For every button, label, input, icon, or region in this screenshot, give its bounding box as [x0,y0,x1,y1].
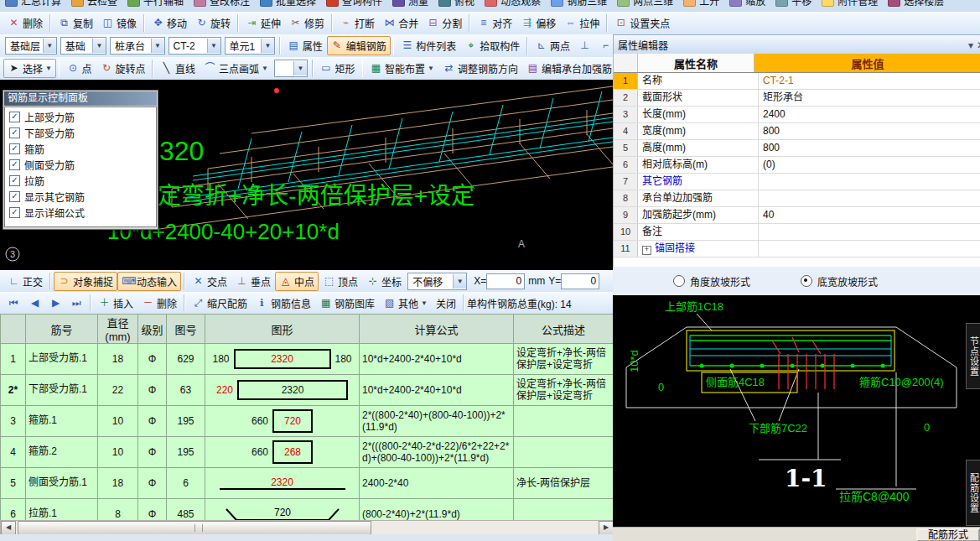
property-value[interactable]: 40 [759,207,980,223]
property-value[interactable]: CT-2-1 [759,73,980,89]
pick-element-button[interactable]: ⌖拾取构件 [460,36,524,55]
category-selector[interactable]: 基础▼ [60,37,106,55]
arc-tool-button[interactable]: ⌒三点画弧▼ [200,59,272,78]
property-value[interactable]: 800 [759,140,980,156]
y-coordinate-input[interactable]: 0 [561,273,599,289]
figure-cell[interactable]: 629 [167,344,205,375]
menu-item-attachments[interactable]: 附件管理 [822,0,878,11]
checkbox-tie-rebar[interactable]: ✓拉筋 [5,173,156,189]
shape-cell[interactable]: 660 720 [205,406,360,437]
x-coordinate-input[interactable]: 0 [486,273,525,289]
copy-button[interactable]: ⧉复制 [54,13,97,33]
figure-cell[interactable]: 6 [167,468,205,499]
checkbox-show-detailed-formula[interactable]: ✓显示详细公式 [5,205,156,221]
select-tool-button[interactable]: ➤选择▼ [3,59,56,78]
delete-button[interactable]: ✕删除 [3,13,47,33]
delete-row-button[interactable]: －删除 [137,294,181,313]
element-list-button[interactable]: ☰构件列表 [397,36,460,55]
property-value[interactable]: 800 [759,123,980,139]
formula-cell[interactable]: 2*((800-2*40)+(800-40-100))+2*(11.9*d) [360,406,514,437]
formula-cell[interactable]: 10*d+2400-2*40+10*d [360,344,514,375]
level-cell[interactable]: Φ [138,468,167,499]
menu-item-parallel-axis[interactable]: 平行辅轴 [127,0,184,11]
edit-cap-strengthen-rebar-button[interactable]: ▤编辑承台加强筋 [522,59,616,78]
level-cell[interactable]: Φ [138,499,167,521]
diameter-cell[interactable]: 22 [98,375,138,406]
figure-cell[interactable]: 195 [167,406,205,437]
property-value[interactable] [759,224,980,240]
properties-button[interactable]: ▤属性 [283,36,327,55]
draw-option-combo[interactable]: ▼ [274,60,308,77]
description-cell[interactable] [514,499,614,521]
shape-cell[interactable]: 720 [205,499,360,521]
shape-cell[interactable]: 2320 [205,468,360,499]
trim-button[interactable]: ✂修剪 [285,13,329,33]
menu-item-top-view[interactable]: 俯视 [438,0,474,11]
shape-cell-selected[interactable]: 220 2320 [205,375,360,406]
mirror-button[interactable]: ◫镜像 [97,13,141,33]
radio-angle-slope[interactable]: 角度放坡形式 [673,274,750,289]
align-top-button[interactable]: ⊥ [574,37,595,55]
pin-icon[interactable]: ▾ [968,39,973,51]
checkbox-stirrup[interactable]: ✓箍筋 [5,141,156,157]
panel-title[interactable]: 钢筋显示控制面板 [4,91,157,106]
description-cell[interactable]: 设定弯折+净长-两倍保护层+设定弯折 [514,344,614,375]
property-value[interactable] [759,174,980,190]
formula-cell[interactable]: 2*(((800-2*40-2*d-22)/6*2+22+2*d)+(800-4… [360,437,514,468]
section-detail-canvas[interactable]: 上部筋1C18 侧面筋4C18 箍筋C10@200(4) 下部筋7C22 拉筋C… [613,295,980,527]
checkbox-bottom-rebar[interactable]: ✓下部受力筋 [5,125,156,141]
radio-bottom-width-slope[interactable]: 底宽放坡形式 [801,274,878,289]
diameter-cell[interactable]: 8 [98,499,138,521]
next-row-button[interactable]: ▶ [45,294,66,312]
point-tool-button[interactable]: ⊙点 [62,59,96,78]
unit-selector[interactable]: 单元1▼ [225,37,275,55]
menu-item-rebar-3d[interactable]: 钢筋三维 [551,0,607,11]
rebar-name-cell[interactable]: 箍筋.1 [26,406,98,437]
checkbox-show-other-rebar[interactable]: ✓显示其它钢筋 [5,189,156,205]
menu-item-pan[interactable]: 平移 [775,0,811,11]
tab-node-settings[interactable]: 节点设置 [966,323,980,389]
snap-coordinate-button[interactable]: ⊹坐标 [362,272,406,291]
rebar-name-cell[interactable]: 箍筋.2 [26,437,98,468]
rebar-form-button[interactable]: 配筋形式 [916,528,980,541]
menu-item-summary[interactable]: 汇总计算 [5,0,61,11]
menu-item-zoom[interactable]: 缩放 [729,0,765,11]
close-grid-button[interactable]: 关闭 [432,294,460,313]
rebar-name-cell[interactable]: 上部受力筋.1 [26,344,98,375]
menu-item-orbit[interactable]: 动态观察 [485,0,541,11]
rotate-point-tool-button[interactable]: ↻旋转点 [96,59,149,78]
floor-selector[interactable]: 基础层▼ [5,37,57,55]
rebar-name-cell[interactable]: 下部受力筋.1 [26,375,98,406]
edit-rebar-button[interactable]: ✎编辑钢筋 [327,36,391,55]
level-cell[interactable]: Φ [138,344,167,375]
description-cell[interactable]: 净长-两倍保护层 [514,468,614,499]
checkbox-top-rebar[interactable]: ✓上部受力筋 [5,109,156,125]
figure-cell[interactable]: 63 [167,375,205,406]
ortho-toggle[interactable]: ∟正交 [3,272,47,291]
snap-perpendicular-button[interactable]: ⊥垂点 [231,272,275,291]
prev-row-button[interactable]: ◀ [24,294,45,312]
formula-cell[interactable]: 2400-2*40 [360,468,514,499]
diameter-cell[interactable]: 10 [98,437,138,468]
line-tool-button[interactable]: ╲直线 [156,59,200,78]
description-cell[interactable] [514,437,614,468]
checkbox-side-rebar[interactable]: ✓侧面受力筋 [5,157,156,173]
first-row-button[interactable]: ⏮ [3,294,24,312]
scale-rebar-button[interactable]: ⤢缩尺配筋 [188,294,251,313]
move-button[interactable]: ✥移动 [148,13,191,33]
offset-mode-selector[interactable]: 不偏移▼ [407,273,467,290]
join-button[interactable]: ⋈合并 [379,13,423,33]
menu-item-query[interactable]: 查询构件 [326,0,382,11]
other-menu-button[interactable]: ▧其他▼ [379,294,432,313]
menu-item-cloud-check[interactable]: 云检查 [71,0,117,11]
menu-item-two-point-3d[interactable]: 两点三维 [617,0,673,11]
rectangle-tool-button[interactable]: ▭矩形 [316,59,360,78]
insert-row-button[interactable]: ＋插入 [94,294,137,313]
property-name-expandable[interactable]: +锚固搭接 [638,241,759,257]
property-value[interactable] [759,241,980,257]
shape-cell[interactable]: 660 268 [205,437,360,468]
break-button[interactable]: ⌁打断 [335,13,379,33]
adjust-rebar-direction-button[interactable]: ⇄调整钢筋方向 [438,59,522,78]
align-button[interactable]: ≡对齐 [473,13,516,33]
offset-button[interactable]: ⇶偏移 [516,13,560,33]
